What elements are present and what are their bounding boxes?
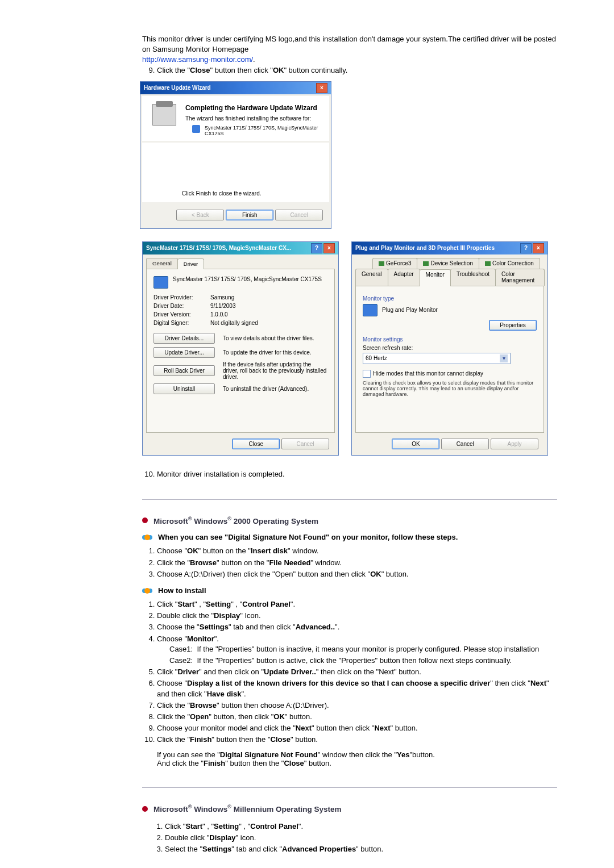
monitor-icon: [363, 304, 377, 316]
box-graphic-icon: [152, 104, 176, 126]
w2000-post-note: If you can see the "Digital Signature No…: [157, 750, 557, 767]
driver-properties-dialog: SyncMaster 171S/ 175S/ 170S, MagicSyncMa…: [142, 241, 339, 456]
monitor-icon: [154, 276, 168, 289]
help-icon[interactable]: ?: [311, 243, 322, 253]
properties-button[interactable]: Properties: [489, 320, 537, 331]
w2000-step-3: Choose the "Settings" tab and then click…: [157, 622, 557, 632]
w2000-step-2: Double click the "Display" Icon.: [157, 611, 557, 621]
wizard-device: SyncMaster 171S/ 175S/ 170S, MagicSyncMa…: [205, 125, 321, 136]
apply-button: Apply: [491, 439, 538, 449]
wizard-close-text: Click Finish to close the wizard.: [182, 190, 262, 197]
finish-button[interactable]: Finish: [226, 210, 273, 220]
driver-details-button[interactable]: Driver Details...: [154, 333, 215, 344]
bullet-icon: [142, 806, 148, 812]
wizard-text: The wizard has finished installing the s…: [185, 115, 321, 122]
refresh-rate-label: Screen refresh rate:: [363, 345, 537, 351]
w2000-case2: Case2: If the "Properties" button is act…: [169, 656, 557, 666]
hide-modes-checkbox[interactable]: [363, 370, 371, 378]
intro-text: This monitor driver is under certifying …: [142, 34, 557, 65]
step-10: Monitor driver installation is completed…: [157, 469, 557, 479]
w2000-step-4: Choose "Monitor". Case1: If the "Propert…: [157, 634, 557, 666]
group-monitor-type: Monitor type: [363, 295, 537, 302]
tab-color-correction[interactable]: Color Correction: [479, 258, 540, 269]
wizard-titlebar: Hardware Update Wizard ×: [140, 82, 331, 94]
w2000-case1: Case1: If the "Properties" button is ina…: [169, 644, 557, 654]
bullet-o-icon: [142, 533, 152, 541]
w2000-step-5: Click "Driver" and then click on "Update…: [157, 667, 557, 677]
w2000-step-1: Click "Start" , "Setting" , "Control Pan…: [157, 599, 557, 610]
tab-general[interactable]: General: [355, 269, 388, 286]
close-button[interactable]: Close: [232, 439, 280, 449]
refresh-rate-dropdown[interactable]: 60 Hertz ▾: [363, 353, 511, 364]
wme-section-title: Microsoft® Windows® Millennium Operating…: [154, 804, 341, 813]
w2000-section-title: Microsoft® Windows® 2000 Operating Syste…: [154, 516, 318, 525]
help-icon[interactable]: ?: [520, 243, 532, 253]
close-icon[interactable]: ×: [316, 83, 327, 93]
uninstall-button[interactable]: Uninstall: [154, 383, 215, 394]
bullet-o-icon: [142, 587, 152, 595]
pnp-titlebar: Plug and Play Monitor and 3D Prophet III…: [352, 242, 547, 254]
pnp-monitor-properties-dialog: Plug and Play Monitor and 3D Prophet III…: [351, 241, 548, 456]
tab-geforce3[interactable]: GeForce3: [372, 258, 417, 269]
group-monitor-settings: Monitor settings: [363, 336, 537, 343]
wme-step-1: Click "Start" , "Setting" , "Control Pan…: [165, 821, 557, 832]
tab-general[interactable]: General: [146, 258, 178, 269]
update-driver-button[interactable]: Update Driver...: [154, 347, 215, 358]
device-name: SyncMaster 171S/ 175S/ 170S, MagicSyncMa…: [173, 276, 322, 282]
hardware-update-wizard-dialog: Hardware Update Wizard × Completing the …: [140, 81, 331, 229]
chevron-down-icon: ▾: [500, 354, 508, 362]
w2000-step-10: Click the "Finish" button then the "Clos…: [157, 735, 557, 745]
cancel-button: Cancel: [275, 210, 323, 220]
close-icon[interactable]: ×: [533, 243, 544, 253]
tab-device-selection[interactable]: Device Selection: [417, 258, 479, 269]
step-9: Click the "Close" button then click "OK"…: [157, 65, 557, 76]
w2000-sig-step-3: Choose A:(D:\Driver) then click the "Ope…: [157, 569, 557, 579]
tab-adapter[interactable]: Adapter: [388, 269, 420, 286]
close-icon[interactable]: ×: [323, 243, 335, 253]
nvidia-icon: [423, 261, 429, 266]
tab-color-management[interactable]: Color Management: [495, 269, 545, 286]
w2000-step-9: Choose your monitor model and click the …: [157, 723, 557, 733]
wizard-heading: Completing the Hardware Update Wizard: [185, 104, 321, 112]
nvidia-icon: [485, 261, 491, 266]
wme-step-2: Double click "Display" icon.: [165, 833, 557, 843]
w2000-subheader-2: How to install: [158, 586, 206, 595]
hide-modes-note: Clearing this check box allows you to se…: [363, 380, 537, 397]
bullet-icon: [142, 518, 148, 523]
tab-monitor[interactable]: Monitor: [420, 269, 451, 286]
w2000-step-6: Choose "Display a list of the known driv…: [157, 678, 557, 699]
w2000-subheader-1: When you can see "Digital Signature Not …: [158, 533, 458, 541]
w2000-sig-step-2: Click the "Browse" button on the "File N…: [157, 558, 557, 568]
monitor-name: Plug and Play Monitor: [382, 307, 438, 313]
w2000-sig-step-1: Choose "OK" button on the "Insert disk" …: [157, 546, 557, 556]
homepage-link[interactable]: http://www.samsung-monitor.com/: [142, 55, 253, 64]
tab-driver[interactable]: Driver: [177, 258, 204, 269]
wme-step-3: Select the "Settings" tab and click "Adv…: [165, 844, 557, 854]
w2000-step-7: Click the "Browse" button then choose A:…: [157, 700, 557, 711]
tab-troubleshoot[interactable]: Troubleshoot: [450, 269, 496, 286]
back-button: < Back: [176, 210, 224, 220]
nvidia-icon: [379, 261, 384, 266]
hide-modes-label: Hide modes that this monitor cannot disp…: [373, 370, 483, 376]
ok-button[interactable]: OK: [392, 439, 439, 449]
cancel-button[interactable]: Cancel: [441, 439, 489, 449]
monitor-icon: [192, 125, 200, 133]
roll-back-driver-button[interactable]: Roll Back Driver: [154, 365, 215, 376]
w2000-step-8: Click the "Open" button, then click "OK"…: [157, 712, 557, 722]
driver-props-titlebar: SyncMaster 171S/ 175S/ 170S, MagicSyncMa…: [143, 242, 338, 254]
cancel-button: Cancel: [281, 439, 329, 449]
section-divider: [142, 787, 557, 788]
section-divider: [142, 499, 557, 500]
